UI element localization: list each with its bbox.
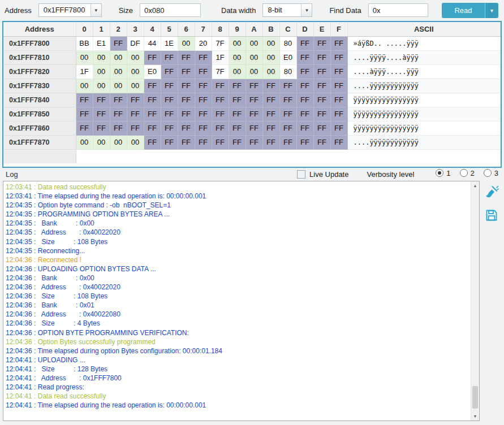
byte-cell[interactable]: 00 — [127, 64, 144, 79]
byte-cell[interactable]: 00 — [262, 50, 279, 64]
chevron-down-icon[interactable]: ▾ — [485, 3, 498, 18]
byte-cell[interactable]: FF — [313, 121, 330, 135]
radio-button-icon[interactable] — [484, 169, 492, 177]
byte-cell[interactable]: FF — [178, 93, 195, 107]
byte-cell[interactable]: FF — [330, 50, 347, 64]
byte-cell[interactable]: FF — [279, 79, 296, 93]
byte-cell[interactable]: FF — [93, 93, 110, 107]
byte-cell[interactable]: FF — [161, 50, 178, 64]
byte-cell[interactable]: 44 — [144, 36, 161, 50]
byte-cell[interactable]: FF — [245, 121, 262, 135]
byte-cell[interactable]: 7F — [212, 64, 229, 79]
byte-cell[interactable]: FF — [313, 64, 330, 79]
byte-cell[interactable]: FF — [127, 93, 144, 107]
byte-cell[interactable]: FF — [229, 107, 245, 121]
scrollbar-thumb[interactable] — [472, 386, 478, 409]
byte-cell[interactable]: FF — [229, 121, 245, 135]
byte-cell[interactable]: FF — [144, 107, 161, 121]
byte-cell[interactable]: E1 — [93, 36, 110, 50]
data-width-combobox[interactable]: 8-bit ▾ — [262, 3, 312, 17]
byte-cell[interactable]: FF — [330, 64, 347, 79]
byte-cell[interactable]: FF — [144, 135, 161, 149]
byte-cell[interactable]: 00 — [110, 135, 127, 149]
byte-cell[interactable]: FF — [195, 93, 212, 107]
byte-cell[interactable]: FF — [212, 135, 229, 149]
size-input[interactable] — [140, 3, 201, 17]
byte-cell[interactable]: FF — [161, 107, 178, 121]
byte-cell[interactable]: FF — [296, 36, 313, 50]
byte-cell[interactable]: FF — [178, 64, 195, 79]
byte-cell[interactable]: 00 — [93, 135, 110, 149]
byte-cell[interactable]: BB — [76, 36, 93, 50]
byte-cell[interactable]: FF — [330, 36, 347, 50]
save-log-button[interactable] — [484, 209, 499, 224]
byte-cell[interactable]: FF — [313, 135, 330, 149]
find-data-input[interactable] — [368, 3, 428, 17]
byte-cell[interactable]: FF — [178, 50, 195, 64]
verbosity-radio-1[interactable]: 1 — [436, 169, 450, 177]
byte-cell[interactable]: FF — [330, 93, 347, 107]
byte-cell[interactable]: FF — [195, 135, 212, 149]
byte-cell[interactable]: 00 — [110, 64, 127, 79]
byte-cell[interactable]: 00 — [110, 50, 127, 64]
byte-cell[interactable]: 7F — [212, 36, 229, 50]
byte-cell[interactable]: FF — [313, 36, 330, 50]
byte-cell[interactable]: 00 — [262, 64, 279, 79]
byte-cell[interactable]: 00 — [245, 64, 262, 79]
byte-cell[interactable]: FF — [229, 93, 245, 107]
byte-cell[interactable]: FF — [279, 135, 296, 149]
verbosity-radio-3[interactable]: 3 — [484, 169, 498, 177]
byte-cell[interactable]: 00 — [76, 50, 93, 64]
byte-cell[interactable]: FF — [76, 107, 93, 121]
byte-cell[interactable]: 80 — [279, 36, 296, 50]
log-scrollbar[interactable]: ▲ ▼ — [471, 181, 479, 420]
byte-cell[interactable]: FF — [195, 64, 212, 79]
byte-cell[interactable]: FF — [330, 79, 347, 93]
byte-cell[interactable]: FF — [195, 107, 212, 121]
byte-cell[interactable]: 00 — [245, 50, 262, 64]
byte-cell[interactable]: FF — [195, 50, 212, 64]
byte-cell[interactable]: 00 — [93, 50, 110, 64]
byte-cell[interactable]: DF — [127, 36, 144, 50]
byte-cell[interactable]: FF — [313, 79, 330, 93]
byte-cell[interactable]: FF — [330, 121, 347, 135]
byte-cell[interactable]: FF — [229, 135, 245, 149]
byte-cell[interactable]: 1E — [161, 36, 178, 50]
byte-cell[interactable]: FF — [93, 107, 110, 121]
byte-cell[interactable]: FF — [178, 135, 195, 149]
byte-cell[interactable]: E0 — [144, 64, 161, 79]
byte-cell[interactable]: 00 — [110, 79, 127, 93]
byte-cell[interactable]: FF — [110, 93, 127, 107]
byte-cell[interactable]: FF — [127, 107, 144, 121]
byte-cell[interactable]: 00 — [229, 50, 245, 64]
byte-cell[interactable]: FF — [144, 121, 161, 135]
byte-cell[interactable]: 00 — [93, 64, 110, 79]
byte-cell[interactable]: FF — [245, 107, 262, 121]
verbosity-radio-2[interactable]: 2 — [460, 169, 475, 177]
byte-cell[interactable]: 00 — [229, 64, 245, 79]
read-button[interactable]: Read ▾ — [442, 3, 498, 18]
log-output[interactable]: 12:03:41 : Data read successfully12:03:4… — [6, 183, 469, 419]
byte-cell[interactable]: FF — [178, 107, 195, 121]
byte-cell[interactable]: FF — [330, 135, 347, 149]
byte-cell[interactable]: FF — [296, 93, 313, 107]
byte-cell[interactable]: 1F — [212, 50, 229, 64]
byte-cell[interactable]: FF — [144, 93, 161, 107]
byte-cell[interactable]: 1F — [76, 64, 93, 79]
byte-cell[interactable]: FF — [296, 107, 313, 121]
chevron-down-icon[interactable]: ▾ — [301, 4, 312, 16]
byte-cell[interactable]: FF — [330, 107, 347, 121]
byte-cell[interactable]: 00 — [93, 79, 110, 93]
byte-cell[interactable]: FF — [195, 79, 212, 93]
address-combobox[interactable]: 0x1FFF7800 ▾ — [38, 3, 102, 17]
byte-cell[interactable]: FF — [144, 50, 161, 64]
byte-cell[interactable]: 20 — [195, 36, 212, 50]
byte-cell[interactable]: FF — [161, 93, 178, 107]
byte-cell[interactable]: FF — [296, 64, 313, 79]
byte-cell[interactable]: FF — [161, 64, 178, 79]
byte-cell[interactable]: FF — [279, 121, 296, 135]
byte-cell[interactable]: FF — [262, 79, 279, 93]
byte-cell[interactable]: 00 — [262, 36, 279, 50]
byte-cell[interactable]: FF — [110, 107, 127, 121]
chevron-down-icon[interactable]: ▾ — [91, 4, 101, 16]
